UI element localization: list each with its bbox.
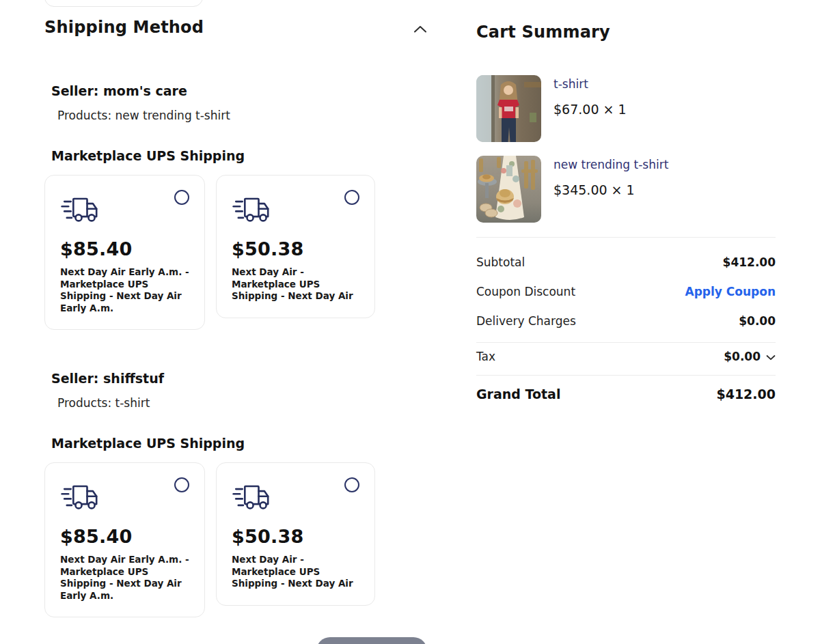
truck-icon xyxy=(60,482,101,515)
tax-row: Tax $0.00 xyxy=(476,350,776,363)
divider xyxy=(476,237,776,238)
grand-total-label: Grand Total xyxy=(476,387,560,402)
card-top xyxy=(232,477,359,515)
tax-value: $0.00 xyxy=(724,350,761,363)
tax-label: Tax xyxy=(476,350,495,363)
delivery-row: Delivery Charges $0.00 xyxy=(476,314,776,328)
shipping-options-row: $85.40 Next Day Air Early A.m. - Marketp… xyxy=(44,175,375,330)
shipping-description: Next Day Air Early A.m. - Marketplace UP… xyxy=(60,266,189,314)
shipping-method-name: Marketplace UPS Shipping xyxy=(51,436,245,451)
shipping-price: $50.38 xyxy=(232,238,359,260)
subtotal-row: Subtotal $412.00 xyxy=(476,255,776,269)
shipping-option-card[interactable]: $85.40 Next Day Air Early A.m. - Marketp… xyxy=(44,175,205,330)
cart-item: new trending t-shirt $345.00 × 1 xyxy=(476,156,668,223)
coupon-label: Coupon Discount xyxy=(476,285,575,298)
product-image[interactable] xyxy=(476,156,541,223)
continue-button[interactable] xyxy=(316,637,427,644)
section-collapse-button[interactable] xyxy=(411,22,430,37)
seller-products: Products: t-shirt xyxy=(57,396,150,410)
shipping-description: Next Day Air - Marketplace UPS Shipping … xyxy=(232,554,359,590)
cart-item-info: t-shirt $67.00 × 1 xyxy=(554,75,627,142)
cart-item: t-shirt $67.00 × 1 xyxy=(476,75,627,142)
seller-name: Seller: mom's care xyxy=(51,83,187,98)
delivery-label: Delivery Charges xyxy=(476,314,576,328)
shipping-option-radio[interactable] xyxy=(344,477,359,492)
chevron-down-icon[interactable] xyxy=(766,353,776,361)
shipping-price: $85.40 xyxy=(60,526,189,547)
divider xyxy=(476,342,776,343)
grand-total-row: Grand Total $412.00 xyxy=(476,387,776,402)
seller-name: Seller: shiffstuf xyxy=(51,371,164,386)
top-partial-card xyxy=(44,0,203,7)
grand-total-value: $412.00 xyxy=(716,387,776,402)
shipping-options-row: $85.40 Next Day Air Early A.m. - Marketp… xyxy=(44,462,375,617)
product-image[interactable] xyxy=(476,75,541,142)
shipping-method-name: Marketplace UPS Shipping xyxy=(51,148,245,163)
cart-summary-title: Cart Summary xyxy=(476,23,610,42)
cart-item-info: new trending t-shirt $345.00 × 1 xyxy=(554,156,668,223)
shipping-price: $85.40 xyxy=(60,238,189,260)
apply-coupon-link[interactable]: Apply Coupon xyxy=(685,285,776,298)
card-top xyxy=(60,477,189,515)
product-price-qty: $67.00 × 1 xyxy=(554,102,627,117)
delivery-value: $0.00 xyxy=(739,314,776,328)
shipping-price: $50.38 xyxy=(232,526,359,547)
shipping-option-card[interactable]: $50.38 Next Day Air - Marketplace UPS Sh… xyxy=(216,175,375,318)
coupon-row: Coupon Discount Apply Coupon xyxy=(476,285,776,298)
shipping-option-radio[interactable] xyxy=(174,477,189,492)
truck-icon xyxy=(232,195,273,227)
shipping-option-card[interactable]: $50.38 Next Day Air - Marketplace UPS Sh… xyxy=(216,462,375,606)
seller-products: Products: new trending t-shirt xyxy=(57,109,230,122)
product-name-link[interactable]: new trending t-shirt xyxy=(554,158,668,171)
product-price-qty: $345.00 × 1 xyxy=(554,182,668,197)
card-top xyxy=(60,189,189,227)
shipping-method-title: Shipping Method xyxy=(44,18,204,37)
product-name-link[interactable]: t-shirt xyxy=(554,77,627,91)
truck-icon xyxy=(60,195,101,227)
card-top xyxy=(232,189,359,227)
shipping-option-radio[interactable] xyxy=(174,190,189,205)
subtotal-value: $412.00 xyxy=(723,255,776,269)
chevron-up-icon xyxy=(413,23,427,36)
divider xyxy=(476,375,776,376)
shipping-option-radio[interactable] xyxy=(344,190,359,205)
subtotal-label: Subtotal xyxy=(476,255,525,269)
shipping-description: Next Day Air - Marketplace UPS Shipping … xyxy=(232,266,359,303)
shipping-description: Next Day Air Early A.m. - Marketplace UP… xyxy=(60,554,189,602)
shipping-option-card[interactable]: $85.40 Next Day Air Early A.m. - Marketp… xyxy=(44,462,205,617)
truck-icon xyxy=(232,482,273,515)
